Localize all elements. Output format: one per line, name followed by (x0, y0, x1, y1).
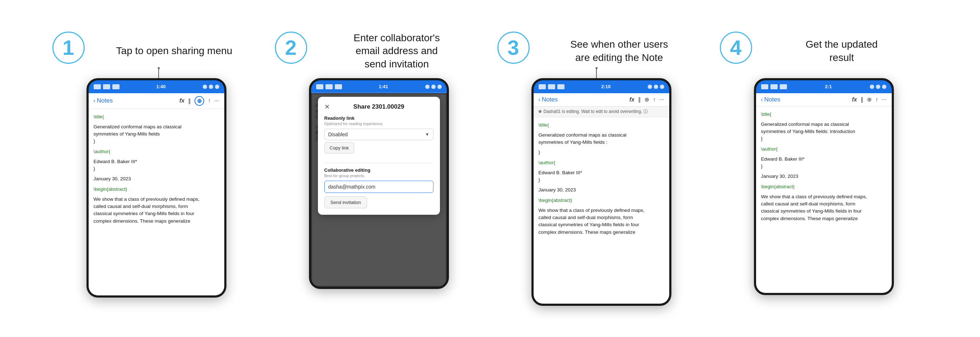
fx-icon-3[interactable]: fx (629, 97, 635, 103)
step-2-number: 2 (275, 32, 307, 64)
page-container: 1 Tap to open sharing menu ▼ 1:40 (0, 24, 980, 313)
time-4: 2:1 (825, 84, 832, 89)
readonly-label: Readonly link (325, 115, 433, 121)
content-title-close-3: } (539, 149, 664, 156)
notes-label-3: Notes (542, 96, 558, 103)
battery-icon-2 (438, 85, 442, 89)
signal-icon-4 (876, 85, 880, 89)
back-button-3[interactable]: ‹ Notes (539, 96, 558, 103)
signal-icon-2 (431, 85, 436, 89)
step-3-container: 3 See when other usersare editing the No… (497, 32, 705, 306)
callout-line-1 (158, 67, 159, 78)
content-abstract-text-4: We show that a class of previously defin… (761, 193, 887, 222)
settings-icon-1 (94, 84, 101, 89)
status-icons-right-4 (870, 85, 886, 89)
file-icon-4 (770, 84, 778, 89)
wifi-icon-1 (203, 85, 207, 89)
callout-line-3 (596, 67, 597, 78)
settings-icon-3 (539, 84, 546, 89)
content-title-text-4: Generalized conformal maps as classicals… (761, 121, 887, 143)
editing-text: Dasha01 is editing. Wait to edit to avoi… (544, 109, 648, 115)
content-title-cmd-4: \title{ (761, 111, 887, 118)
toolbar-1: ‹ Notes fx ∥ ⊕ ↑ ··· (89, 93, 224, 109)
upload-icon-3[interactable]: ↑ (653, 97, 655, 103)
battery-icon-1 (215, 85, 219, 89)
content-abstract-cmd-3: \begin{abstract} (539, 197, 664, 204)
link-icon-1[interactable]: ∥ (188, 98, 191, 104)
back-chevron-4: ‹ (761, 97, 763, 103)
link-icon-3[interactable]: ∥ (638, 96, 641, 103)
status-icons-right-2 (425, 85, 442, 89)
status-bar-3: 2:10 (534, 80, 669, 93)
fx-icon-1[interactable]: fx (180, 98, 185, 104)
send-invitation-button[interactable]: Send invitation (325, 196, 367, 208)
time-2: 1:41 (379, 84, 388, 89)
settings-icon-4 (761, 84, 768, 89)
dialog-divider (325, 163, 433, 163)
content-date-3: January 30, 2023 (539, 187, 664, 194)
dialog-overlay-2: ✕ Share 2301.00029 Readonly link Optimiz… (311, 93, 447, 287)
status-bar-4: 2:1 (756, 80, 892, 93)
share-icon-1[interactable]: ⊕ (194, 96, 204, 106)
share-icon-3[interactable]: ⊕ (644, 96, 649, 103)
status-bar-1: 1:40 (89, 80, 224, 93)
more-icon-3[interactable]: ··· (659, 97, 664, 103)
upload-icon-1[interactable]: ↑ (208, 98, 211, 104)
wifi-icon-3 (648, 85, 652, 89)
more-icon-1[interactable]: ··· (214, 98, 219, 104)
signal-icon-3 (654, 85, 658, 89)
toolbar-3: ‹ Notes fx ∥ ⊕ ↑ ··· (534, 93, 669, 106)
content-abstract-text-1: We show that a class of previously defin… (94, 196, 219, 225)
toolbar-icons-4: fx ∥ ⊕ ↑ ··· (852, 96, 887, 103)
back-button-1[interactable]: ‹ Notes (94, 97, 113, 104)
copy-link-button[interactable]: Copy link (325, 142, 354, 153)
toolbar-icons-3: fx ∥ ⊕ ↑ ··· (629, 96, 664, 103)
content-title-cmd-3: \title{ (539, 122, 664, 129)
back-chevron-3: ‹ (539, 97, 541, 103)
toolbar-icons-1: fx ∥ ⊕ ↑ ··· (180, 96, 219, 106)
upload-icon-4[interactable]: ↑ (875, 97, 878, 103)
toolbar-4: ‹ Notes fx ∥ ⊕ ↑ ··· (756, 93, 892, 106)
wifi-icon-4 (870, 85, 874, 89)
notes-label-4: Notes (764, 96, 780, 103)
step-1-caption: Tap to open sharing menu (80, 32, 232, 71)
share-dialog: ✕ Share 2301.00029 Readonly link Optimiz… (318, 97, 440, 215)
more-icon-4[interactable]: ··· (882, 97, 886, 103)
step-4-container: 4 Get the updatedresult 2:1 ‹ N (720, 32, 928, 295)
readonly-section: Readonly link Optimized for reading expe… (325, 115, 433, 158)
step-4-caption: Get the updatedresult (770, 32, 878, 71)
email-input[interactable] (325, 181, 433, 193)
readonly-select[interactable]: Disabled ▼ (325, 129, 433, 140)
phone-1: 1:40 ‹ Notes fx ∥ ⊕ ↑ ··· (86, 78, 226, 297)
step-4-number: 4 (720, 32, 752, 64)
step-3-number: 3 (497, 32, 530, 64)
step-3-caption: See when other usersare editing the Note (534, 32, 668, 71)
status-icons-right-1 (203, 85, 219, 89)
content-author-text-4: Edward B. Baker III*} (761, 156, 887, 170)
step-1-container: 1 Tap to open sharing menu ▼ 1:40 (52, 32, 261, 297)
settings-icon-2 (316, 84, 323, 89)
signal-icon-1 (209, 85, 213, 89)
collab-section: Collaborative editing Best for group pro… (325, 168, 433, 208)
back-button-4[interactable]: ‹ Notes (761, 96, 781, 103)
time-1: 1:40 (156, 84, 165, 89)
dialog-close-button[interactable]: ✕ (325, 103, 330, 111)
mail-icon-4 (780, 84, 787, 89)
editing-dot (539, 110, 541, 113)
dialog-title: Share 2301.00029 (353, 103, 404, 111)
fx-icon-4[interactable]: fx (852, 97, 857, 103)
content-author-cmd-3: \author{ (539, 159, 664, 166)
content-abstract-text-3: We show that a class of previously defin… (539, 207, 664, 236)
link-icon-4[interactable]: ∥ (861, 96, 863, 103)
step-2-caption: Enter collaborator'semail address andsen… (318, 32, 439, 71)
share-icon-4[interactable]: ⊕ (867, 96, 872, 103)
content-3: \title{ Generalized conformal maps as cl… (534, 117, 669, 304)
status-icons-right-3 (648, 85, 664, 89)
content-title-text-1: Generalized conformal maps as classicals… (94, 123, 219, 145)
file-icon-1 (103, 84, 110, 89)
phone-4: 2:1 ‹ Notes fx ∥ ⊕ ↑ ··· (754, 78, 894, 295)
editing-notification-bar: Dasha01 is editing. Wait to edit to avoi… (534, 106, 669, 117)
notes-label-1: Notes (97, 97, 113, 104)
collab-sublabel: Best for group projects. (325, 174, 433, 178)
file-icon-2 (326, 84, 332, 89)
